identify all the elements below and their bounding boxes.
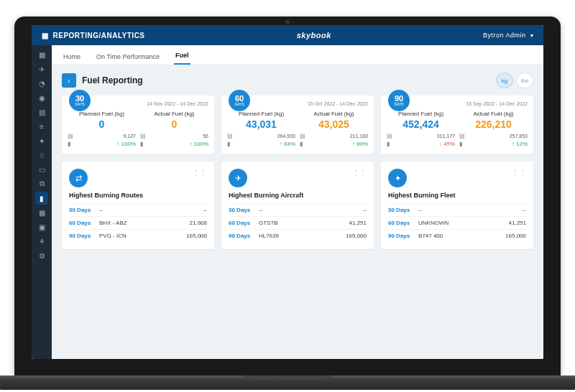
unit-lbs-button[interactable]: lbs: [516, 73, 533, 88]
row-name: --: [99, 207, 203, 213]
section-title: Highest Burning Aircraft: [229, 192, 367, 199]
row-value: 165,000: [505, 233, 526, 239]
planned-fuel-value: 0: [68, 118, 136, 130]
grid-icon: ▦: [42, 32, 49, 39]
side-nav: ▦ ✈ ◔ ◉ ▤ ≡ ✦ ☆ ▭ ⧉ ▮ ▦ ▣ ⚘ ⚙: [32, 45, 52, 359]
row-name: BHX - ABZ: [99, 220, 190, 226]
section-row[interactable]: 60 DaysBHX - ABZ21,808: [69, 216, 207, 229]
summary-card-90: 90DAYS 15 Sep 2022 - 14 Dec 2022 Planned…: [381, 95, 533, 154]
row-name: --: [259, 207, 363, 213]
nav-clock-icon[interactable]: ◔: [35, 77, 48, 90]
actual-sub-value: 56: [203, 134, 208, 139]
row-name: GTSTB: [259, 220, 349, 226]
user-name: Bytron Admin: [483, 32, 526, 39]
card-menu-icon[interactable]: ⋮⋮: [193, 169, 207, 177]
actual-fuel-label: Actual Fuel (kg): [459, 111, 528, 117]
nav-doc-icon[interactable]: ▭: [35, 163, 48, 176]
section-row[interactable]: 30 Days----: [69, 203, 207, 216]
section-title: Highest Burning Fleet: [388, 192, 526, 199]
nav-plane-icon[interactable]: ✈: [35, 62, 48, 75]
nav-gear-icon[interactable]: ⚙: [35, 249, 48, 262]
section-row[interactable]: 30 Days----: [388, 203, 526, 216]
row-days: 30 Days: [388, 207, 418, 213]
nav-calendar-icon[interactable]: ▤: [35, 106, 48, 118]
chevron-down-icon: ▾: [530, 32, 534, 39]
bar-icon: ▮: [227, 141, 230, 147]
row-days: 60 Days: [229, 220, 259, 226]
actual-sub-value: 211,183: [350, 134, 368, 139]
user-menu[interactable]: Bytron Admin ▾: [483, 32, 533, 39]
nav-star-icon[interactable]: ☆: [35, 149, 48, 162]
calendar-icon: ▤: [300, 133, 305, 139]
row-name: PVG - ICN: [99, 233, 186, 239]
tab-home[interactable]: Home: [62, 49, 82, 65]
nav-table-icon[interactable]: ▦: [35, 206, 48, 219]
row-days: 90 Days: [388, 233, 418, 239]
nav-copy-icon[interactable]: ⧉: [35, 177, 48, 190]
row-name: B747 400: [418, 233, 505, 239]
planned-fuel-label: Planned Fuel (kg): [227, 111, 295, 117]
nav-list-icon[interactable]: ≡: [35, 120, 48, 133]
tab-fuel[interactable]: Fuel: [174, 47, 190, 65]
section-row[interactable]: 90 DaysB747 400165,000: [388, 229, 526, 242]
card-menu-icon[interactable]: ⋮⋮: [352, 169, 367, 177]
main-content: Home On Time Performance Fuel ‹ Fuel Rep…: [52, 45, 543, 359]
calendar-icon: ▤: [227, 133, 233, 139]
row-name: --: [418, 207, 523, 213]
card-menu-icon[interactable]: ⋮⋮: [512, 169, 526, 177]
bar-icon: ▮: [459, 141, 462, 147]
section-icon: ✈: [229, 169, 247, 187]
row-days: 60 Days: [388, 220, 418, 226]
actual-pct: ↑ 12%: [512, 141, 528, 147]
row-value: 21,808: [190, 220, 207, 226]
section-row[interactable]: 90 DaysHL7639165,000: [229, 229, 367, 242]
tab-otp[interactable]: On Time Performance: [95, 49, 161, 65]
planned-pct: ↑ 84%: [280, 141, 295, 147]
nav-grid-icon[interactable]: ▦: [35, 48, 48, 61]
planned-sub-value: 9,127: [123, 134, 136, 139]
planned-fuel-label: Planned Fuel (kg): [68, 111, 136, 117]
planned-sub-value: 264,933: [277, 134, 295, 139]
planned-fuel-label: Planned Fuel (kg): [387, 111, 455, 117]
back-button[interactable]: ‹: [62, 73, 76, 88]
actual-fuel-label: Actual Fuel (kg): [300, 111, 368, 117]
actual-fuel-value: 0: [140, 118, 208, 130]
summary-card-30: 30DAYS 14 Nov 2022 - 14 Dec 2022 Planned…: [62, 95, 214, 154]
row-value: 41,251: [349, 220, 367, 226]
section-row[interactable]: 60 DaysUNKNOWN41,251: [388, 216, 526, 229]
row-name: UNKNOWN: [418, 220, 509, 226]
row-days: 90 Days: [229, 233, 259, 239]
section-icon: ⇄: [69, 169, 88, 187]
unit-kg-button[interactable]: kg: [496, 73, 513, 88]
section-row[interactable]: 30 Days----: [229, 203, 367, 216]
actual-sub-value: 257,853: [510, 134, 528, 139]
row-value: --: [363, 207, 367, 213]
section-row[interactable]: 90 DaysPVG - ICN165,000: [69, 229, 207, 242]
row-value: 165,000: [346, 233, 367, 239]
actual-pct: ↑ 100%: [189, 141, 208, 147]
bar-icon: ▮: [387, 141, 390, 147]
row-value: 41,251: [509, 220, 526, 226]
calendar-icon: ▤: [459, 133, 465, 139]
row-days: 90 Days: [69, 233, 99, 239]
days-badge: 90DAYS: [388, 90, 410, 111]
nav-chart-icon[interactable]: ▮: [35, 192, 48, 205]
row-days: 30 Days: [69, 207, 99, 213]
row-value: --: [203, 207, 207, 213]
nav-tools-icon[interactable]: ✦: [35, 134, 48, 147]
bar-icon: ▮: [140, 141, 143, 147]
unit-toggle: kg lbs: [496, 73, 533, 88]
row-name: HL7639: [259, 233, 346, 239]
section-title: Highest Burning Routes: [69, 192, 207, 199]
nav-globe-icon[interactable]: ◉: [35, 91, 48, 104]
actual-fuel-label: Actual Fuel (kg): [140, 111, 208, 117]
days-badge: 30DAYS: [69, 90, 91, 111]
section-row[interactable]: 60 DaysGTSTB41,251: [229, 216, 367, 229]
planned-pct: ↓ 45%: [439, 141, 455, 147]
module-title: REPORTING/ANALYTICS: [53, 32, 145, 39]
nav-users-icon[interactable]: ⚘: [35, 235, 48, 248]
planned-pct: ↑ 100%: [116, 141, 136, 147]
days-badge: 60DAYS: [229, 90, 250, 111]
row-value: 165,000: [186, 233, 207, 239]
nav-archive-icon[interactable]: ▣: [35, 220, 48, 233]
